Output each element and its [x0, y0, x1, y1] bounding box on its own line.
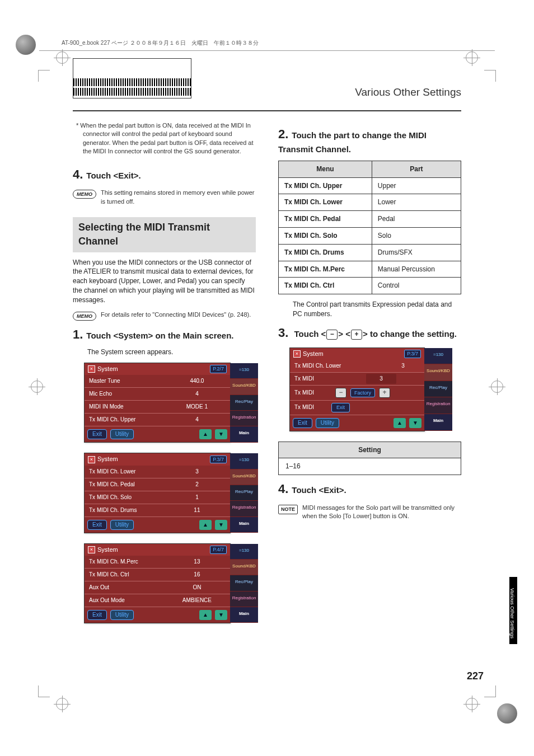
factory-button[interactable]: Factory	[350, 388, 375, 398]
setting-table: Setting 1–16	[278, 442, 461, 476]
minus-icon: −	[326, 330, 338, 340]
step-1-sub: The System screen appears.	[87, 348, 256, 357]
utility-button[interactable]: Utility	[316, 418, 339, 428]
exit-button[interactable]: Exit	[87, 429, 107, 439]
down-arrow-icon[interactable]: ▼	[215, 429, 227, 439]
page-number: 227	[467, 669, 484, 683]
midi-channel-table: MenuPart Tx MIDI Ch. UpperUpper Tx MIDI …	[278, 161, 461, 294]
footnote-text: * When the pedal part button is ON, data…	[73, 121, 256, 156]
down-arrow-icon[interactable]: ▼	[215, 520, 227, 530]
header-rule	[73, 110, 461, 111]
exit-button[interactable]: Exit	[293, 418, 312, 428]
up-arrow-icon[interactable]: ▲	[199, 520, 212, 530]
registration-mark	[466, 698, 478, 710]
memo-icon: MEMO	[73, 190, 96, 199]
registration-sphere-tl	[16, 35, 36, 55]
system-screen-1: ×SystemP.2/7 Master Tune440.0 Mic Echo4 …	[84, 363, 231, 443]
memo-2: MEMO For details refer to "Connecting MI…	[73, 311, 256, 321]
system-screen-2: ×SystemP.3/7 Tx MIDI Ch. Lower3 Tx MIDI …	[84, 453, 231, 533]
exit-button[interactable]: Exit	[87, 520, 107, 530]
side-tabs: =130 Sound/KBD Rec/Play Registration Mai…	[230, 453, 258, 532]
step-3: 3. Touch <−> <+> to change the setting.	[278, 325, 461, 342]
utility-button[interactable]: Utility	[110, 610, 134, 620]
step-4-exit: 4.Touch <Exit>.	[73, 166, 256, 184]
memo-icon: MEMO	[73, 312, 96, 321]
chapter-tab-label: Various Other Settings	[508, 588, 516, 638]
up-arrow-icon[interactable]: ▲	[394, 418, 406, 428]
up-arrow-icon[interactable]: ▲	[199, 610, 212, 620]
side-tabs: =130 Sound/KBD Rec/Play Registration Mai…	[424, 348, 452, 431]
system-screen-4: ×SystemP.3/7 Tx MIDI Ch. Lower3 Tx MIDI3…	[289, 348, 425, 431]
side-tabs: =130 Sound/KBD Rec/Play Registration Mai…	[230, 544, 258, 623]
book-meta-line: AT-900_e.book 227 ページ ２００８年９月１６日 火曜日 午前１…	[62, 39, 489, 47]
registration-mark	[56, 698, 68, 710]
system-screen-3: ×SystemP.4/7 Tx MIDI Ch. M.Perc13 Tx MID…	[84, 543, 231, 623]
section-body: When you use the MIDI connectors or the …	[73, 258, 256, 305]
exit-button[interactable]: Exit	[87, 610, 107, 620]
inner-exit-button[interactable]: Exit	[331, 403, 350, 412]
top-hairline	[39, 50, 495, 51]
plus-button[interactable]: +	[379, 388, 390, 398]
note-icon: NOTE	[278, 505, 298, 514]
registration-mark	[466, 51, 478, 64]
step-1: 1.Touch <System> on the Main screen.	[73, 326, 256, 344]
registration-mark	[491, 381, 503, 393]
step-2: 2.Touch the part to change the MIDI Tran…	[278, 126, 461, 155]
table-note: The Control part transmits Expression pe…	[293, 300, 461, 319]
minus-button[interactable]: −	[335, 388, 346, 398]
utility-button[interactable]: Utility	[110, 520, 134, 530]
step-4-right: 4.Touch <Exit>.	[278, 481, 461, 498]
registration-mark	[31, 381, 43, 393]
note-solo: NOTE MIDI messages for the Solo part wil…	[278, 504, 461, 521]
utility-button[interactable]: Utility	[110, 429, 134, 439]
product-illustration	[73, 58, 191, 98]
side-tabs: =130 Sound/KBD Rec/Play Registration Mai…	[230, 363, 258, 442]
up-arrow-icon[interactable]: ▲	[199, 429, 212, 439]
plus-icon: +	[351, 330, 362, 340]
registration-sphere-br	[497, 703, 517, 724]
down-arrow-icon[interactable]: ▼	[409, 418, 421, 428]
down-arrow-icon[interactable]: ▼	[215, 610, 227, 620]
registration-mark	[56, 51, 68, 64]
memo-1: MEMO This setting remains stored in memo…	[73, 189, 256, 206]
section-heading: Selecting the MIDI Transmit Channel	[73, 217, 256, 252]
page-header-title: Various Other Settings	[355, 85, 461, 100]
